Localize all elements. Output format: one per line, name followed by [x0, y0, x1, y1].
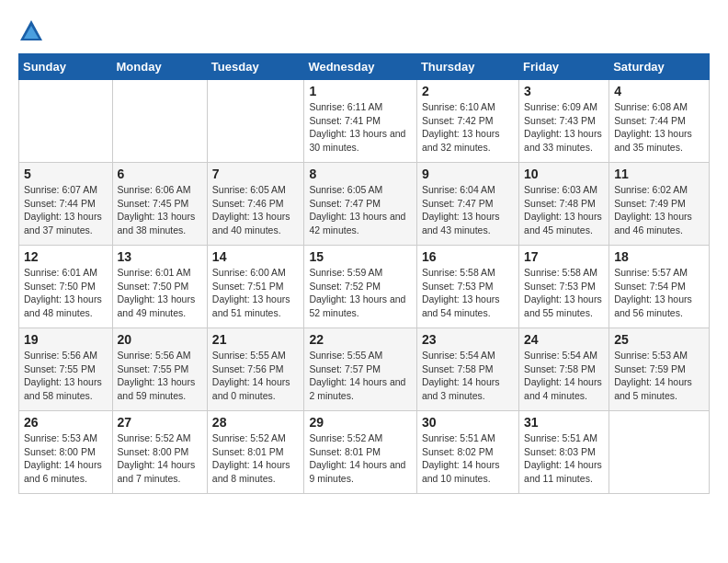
day-info: Sunrise: 5:53 AM Sunset: 7:59 PM Dayligh…: [614, 349, 704, 403]
calendar-cell: 11Sunrise: 6:02 AM Sunset: 7:49 PM Dayli…: [609, 163, 710, 246]
calendar-cell: 24Sunrise: 5:54 AM Sunset: 7:58 PM Dayli…: [519, 328, 609, 411]
calendar-week-row: 12Sunrise: 6:01 AM Sunset: 7:50 PM Dayli…: [19, 246, 710, 328]
day-number: 11: [614, 167, 704, 181]
calendar-cell: 9Sunrise: 6:04 AM Sunset: 7:47 PM Daylig…: [416, 163, 518, 246]
day-info: Sunrise: 6:08 AM Sunset: 7:44 PM Dayligh…: [614, 100, 704, 155]
day-info: Sunrise: 5:55 AM Sunset: 7:56 PM Dayligh…: [212, 349, 300, 403]
calendar-cell: [112, 80, 207, 163]
day-info: Sunrise: 5:51 AM Sunset: 8:03 PM Dayligh…: [524, 431, 604, 486]
day-of-week-header: Wednesday: [304, 54, 417, 80]
calendar-cell: 29Sunrise: 5:52 AM Sunset: 8:01 PM Dayli…: [304, 411, 417, 494]
day-info: Sunrise: 5:58 AM Sunset: 7:53 PM Dayligh…: [524, 266, 604, 320]
calendar-table: SundayMondayTuesdayWednesdayThursdayFrid…: [18, 53, 710, 494]
day-info: Sunrise: 5:57 AM Sunset: 7:54 PM Dayligh…: [614, 266, 704, 320]
day-info: Sunrise: 5:55 AM Sunset: 7:57 PM Dayligh…: [309, 349, 412, 403]
day-number: 5: [24, 167, 108, 181]
day-info: Sunrise: 5:58 AM Sunset: 7:53 PM Dayligh…: [422, 266, 514, 320]
calendar-cell: 4Sunrise: 6:08 AM Sunset: 7:44 PM Daylig…: [609, 80, 710, 163]
calendar-cell: 12Sunrise: 6:01 AM Sunset: 7:50 PM Dayli…: [19, 246, 113, 328]
day-info: Sunrise: 5:52 AM Sunset: 8:00 PM Dayligh…: [118, 431, 202, 486]
calendar-cell: 13Sunrise: 6:01 AM Sunset: 7:50 PM Dayli…: [112, 246, 207, 328]
day-of-week-header: Monday: [112, 54, 207, 80]
calendar-cell: 20Sunrise: 5:56 AM Sunset: 7:55 PM Dayli…: [112, 328, 207, 411]
calendar-cell: 23Sunrise: 5:54 AM Sunset: 7:58 PM Dayli…: [416, 328, 518, 411]
day-number: 17: [524, 249, 604, 264]
calendar-cell: [609, 411, 710, 494]
calendar-cell: 26Sunrise: 5:53 AM Sunset: 8:00 PM Dayli…: [19, 411, 113, 494]
calendar-cell: 2Sunrise: 6:10 AM Sunset: 7:42 PM Daylig…: [416, 80, 518, 163]
calendar-cell: 3Sunrise: 6:09 AM Sunset: 7:43 PM Daylig…: [519, 80, 609, 163]
day-number: 13: [118, 249, 202, 264]
day-number: 22: [309, 332, 412, 347]
day-info: Sunrise: 5:56 AM Sunset: 7:55 PM Dayligh…: [118, 349, 202, 403]
day-number: 19: [24, 332, 108, 347]
calendar-week-row: 1Sunrise: 6:11 AM Sunset: 7:41 PM Daylig…: [19, 80, 710, 163]
day-number: 15: [309, 249, 412, 264]
day-number: 24: [524, 332, 604, 347]
calendar-cell: 18Sunrise: 5:57 AM Sunset: 7:54 PM Dayli…: [609, 246, 710, 328]
day-of-week-header: Saturday: [609, 54, 710, 80]
days-header-row: SundayMondayTuesdayWednesdayThursdayFrid…: [19, 54, 710, 80]
day-number: 28: [212, 415, 300, 430]
page-header: [18, 18, 710, 44]
calendar-cell: 28Sunrise: 5:52 AM Sunset: 8:01 PM Dayli…: [207, 411, 304, 494]
day-number: 27: [118, 415, 202, 430]
day-info: Sunrise: 6:01 AM Sunset: 7:50 PM Dayligh…: [118, 266, 202, 320]
day-info: Sunrise: 6:11 AM Sunset: 7:41 PM Dayligh…: [309, 100, 412, 155]
day-info: Sunrise: 5:59 AM Sunset: 7:52 PM Dayligh…: [309, 266, 412, 320]
day-number: 21: [212, 332, 300, 347]
day-number: 29: [309, 415, 412, 430]
calendar-cell: 1Sunrise: 6:11 AM Sunset: 7:41 PM Daylig…: [304, 80, 417, 163]
calendar-week-row: 19Sunrise: 5:56 AM Sunset: 7:55 PM Dayli…: [19, 328, 710, 411]
day-number: 12: [24, 249, 108, 264]
day-number: 1: [309, 84, 412, 98]
day-of-week-header: Tuesday: [207, 54, 304, 80]
day-number: 3: [524, 84, 604, 98]
day-info: Sunrise: 6:10 AM Sunset: 7:42 PM Dayligh…: [422, 100, 514, 155]
day-number: 18: [614, 249, 704, 264]
day-info: Sunrise: 6:03 AM Sunset: 7:48 PM Dayligh…: [524, 183, 604, 237]
day-info: Sunrise: 5:54 AM Sunset: 7:58 PM Dayligh…: [524, 349, 604, 403]
day-info: Sunrise: 5:52 AM Sunset: 8:01 PM Dayligh…: [309, 431, 412, 486]
calendar-cell: 6Sunrise: 6:06 AM Sunset: 7:45 PM Daylig…: [112, 163, 207, 246]
day-info: Sunrise: 6:05 AM Sunset: 7:46 PM Dayligh…: [212, 183, 300, 237]
calendar-cell: 16Sunrise: 5:58 AM Sunset: 7:53 PM Dayli…: [416, 246, 518, 328]
day-number: 9: [422, 167, 514, 181]
logo-icon: [18, 18, 44, 44]
calendar-cell: 7Sunrise: 6:05 AM Sunset: 7:46 PM Daylig…: [207, 163, 304, 246]
calendar-cell: 25Sunrise: 5:53 AM Sunset: 7:59 PM Dayli…: [609, 328, 710, 411]
day-info: Sunrise: 5:54 AM Sunset: 7:58 PM Dayligh…: [422, 349, 514, 403]
day-info: Sunrise: 6:02 AM Sunset: 7:49 PM Dayligh…: [614, 183, 704, 237]
logo: [18, 18, 48, 44]
day-number: 20: [118, 332, 202, 347]
day-of-week-header: Sunday: [19, 54, 113, 80]
calendar-week-row: 26Sunrise: 5:53 AM Sunset: 8:00 PM Dayli…: [19, 411, 710, 494]
calendar-cell: 15Sunrise: 5:59 AM Sunset: 7:52 PM Dayli…: [304, 246, 417, 328]
calendar-cell: 22Sunrise: 5:55 AM Sunset: 7:57 PM Dayli…: [304, 328, 417, 411]
calendar-week-row: 5Sunrise: 6:07 AM Sunset: 7:44 PM Daylig…: [19, 163, 710, 246]
calendar-cell: 8Sunrise: 6:05 AM Sunset: 7:47 PM Daylig…: [304, 163, 417, 246]
calendar-cell: 19Sunrise: 5:56 AM Sunset: 7:55 PM Dayli…: [19, 328, 113, 411]
day-number: 25: [614, 332, 704, 347]
day-number: 31: [524, 415, 604, 430]
day-info: Sunrise: 6:00 AM Sunset: 7:51 PM Dayligh…: [212, 266, 300, 320]
day-info: Sunrise: 6:07 AM Sunset: 7:44 PM Dayligh…: [24, 183, 108, 237]
calendar-cell: 21Sunrise: 5:55 AM Sunset: 7:56 PM Dayli…: [207, 328, 304, 411]
day-of-week-header: Friday: [519, 54, 609, 80]
day-info: Sunrise: 5:56 AM Sunset: 7:55 PM Dayligh…: [24, 349, 108, 403]
calendar-cell: 27Sunrise: 5:52 AM Sunset: 8:00 PM Dayli…: [112, 411, 207, 494]
day-number: 30: [422, 415, 514, 430]
calendar-cell: 5Sunrise: 6:07 AM Sunset: 7:44 PM Daylig…: [19, 163, 113, 246]
day-number: 7: [212, 167, 300, 181]
day-number: 2: [422, 84, 514, 98]
calendar-cell: 10Sunrise: 6:03 AM Sunset: 7:48 PM Dayli…: [519, 163, 609, 246]
calendar-cell: 14Sunrise: 6:00 AM Sunset: 7:51 PM Dayli…: [207, 246, 304, 328]
day-info: Sunrise: 5:51 AM Sunset: 8:02 PM Dayligh…: [422, 431, 514, 486]
day-info: Sunrise: 6:05 AM Sunset: 7:47 PM Dayligh…: [309, 183, 412, 237]
day-of-week-header: Thursday: [416, 54, 518, 80]
day-number: 14: [212, 249, 300, 264]
day-info: Sunrise: 6:04 AM Sunset: 7:47 PM Dayligh…: [422, 183, 514, 237]
day-number: 23: [422, 332, 514, 347]
day-number: 4: [614, 84, 704, 98]
day-number: 10: [524, 167, 604, 181]
